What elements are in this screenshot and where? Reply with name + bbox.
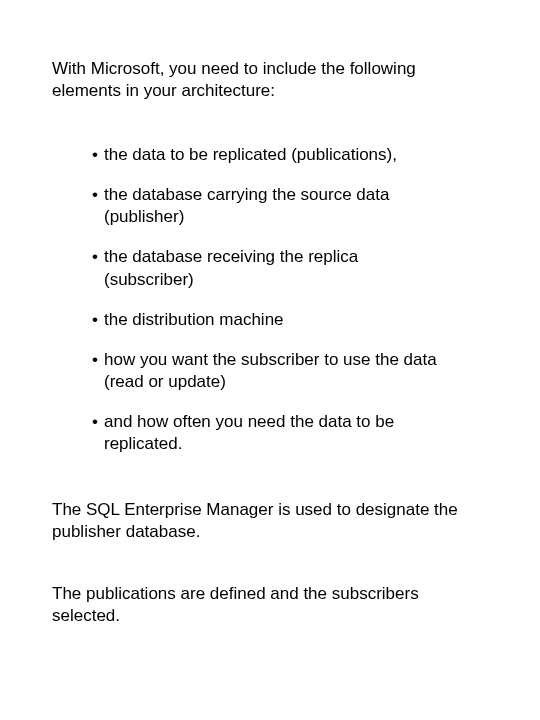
intro-paragraph: With Microsoft, you need to include the … xyxy=(52,58,460,102)
bullet-text: the database receiving the replica (subs… xyxy=(104,246,450,290)
paragraph: The publications are defined and the sub… xyxy=(52,583,460,627)
bullet-icon xyxy=(92,349,104,371)
list-item: the distribution machine xyxy=(92,309,450,331)
bullet-icon xyxy=(92,411,104,433)
bullet-icon xyxy=(92,309,104,331)
paragraph: The SQL Enterprise Manager is used to de… xyxy=(52,499,460,543)
bullet-text: the distribution machine xyxy=(104,309,450,331)
bullet-icon xyxy=(92,246,104,268)
bullet-text: and how often you need the data to be re… xyxy=(104,411,450,455)
list-item: the database receiving the replica (subs… xyxy=(92,246,450,290)
bullet-icon xyxy=(92,144,104,166)
bullet-list: the data to be replicated (publications)… xyxy=(52,144,460,455)
bullet-text: the data to be replicated (publications)… xyxy=(104,144,450,166)
list-item: the database carrying the source data (p… xyxy=(92,184,450,228)
bullet-icon xyxy=(92,184,104,206)
list-item: and how often you need the data to be re… xyxy=(92,411,450,455)
list-item: the data to be replicated (publications)… xyxy=(92,144,450,166)
bullet-text: how you want the subscriber to use the d… xyxy=(104,349,450,393)
bullet-text: the database carrying the source data (p… xyxy=(104,184,450,228)
list-item: how you want the subscriber to use the d… xyxy=(92,349,450,393)
